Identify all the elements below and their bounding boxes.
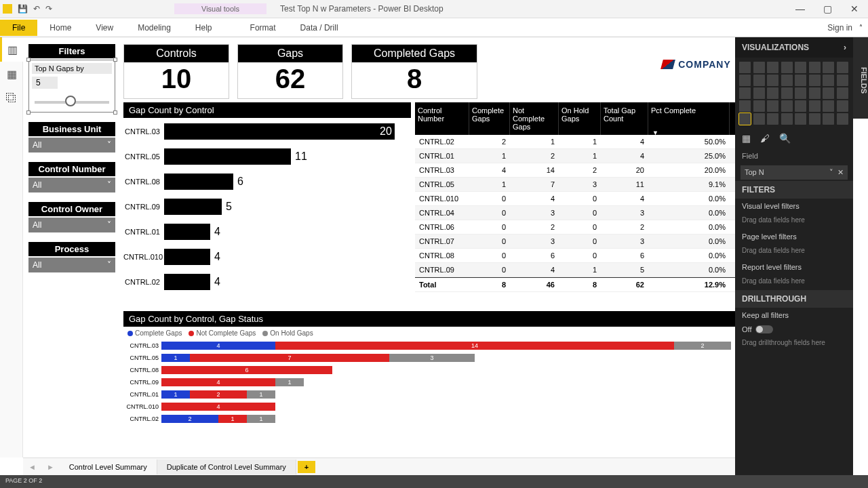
redo-icon[interactable]: ↷ — [45, 4, 52, 14]
status-bar: PAGE 2 OF 2 — [0, 475, 868, 488]
filters-section: FILTERS — [735, 181, 853, 199]
pane-title: VISUALIZATIONS — [742, 43, 809, 52]
kpi-controls[interactable]: Controls 10 — [123, 44, 229, 99]
topn-label: Top N Gaps by — [32, 63, 112, 74]
report-level-filters[interactable]: Report level filters — [735, 260, 853, 274]
tab-format[interactable]: Format — [238, 20, 288, 36]
visual-type-grid[interactable] — [735, 58, 853, 129]
kpi-value: 62 — [238, 62, 342, 98]
bar-row[interactable]: CNTRL.02 4 — [123, 270, 411, 293]
table-row[interactable]: CNTRL.0904 150.0% — [415, 263, 743, 277]
stacked-bar-row[interactable]: CNTRL.01121 — [123, 388, 743, 401]
kpi-gaps[interactable]: Gaps 62 — [237, 44, 343, 99]
kpi-label: Controls — [124, 45, 229, 62]
stacked-bar-row[interactable]: CNTRL.086 — [123, 364, 743, 376]
field-menu-icon[interactable]: ˅ — [829, 168, 833, 176]
field-well-item[interactable]: Top N ˅✕ — [741, 165, 848, 180]
kpi-label: Gaps — [238, 45, 342, 62]
tab-data-drill[interactable]: Data / Drill — [288, 20, 351, 36]
stacked-bar-chart[interactable]: Gap Count by Control, Gap Status Complet… — [123, 311, 743, 425]
next-page-icon[interactable]: ► — [41, 463, 60, 471]
drop-zone[interactable]: Drag data fields here — [735, 274, 853, 290]
bar-row[interactable]: CNTRL.05 11 — [123, 144, 411, 168]
view-rail: ▥ ▦ ⿻ — [0, 37, 23, 458]
data-view-icon[interactable]: ▦ — [0, 62, 23, 86]
slicer-dropdown[interactable]: All˅ — [28, 178, 115, 192]
sign-in-link[interactable]: Sign in — [827, 23, 852, 33]
gap-matrix-table[interactable]: Control Number Complete Gaps Not Complet… — [415, 102, 743, 292]
table-row[interactable]: CNTRL.0806 060.0% — [415, 249, 743, 263]
drop-zone[interactable]: Drag data fields here — [735, 244, 853, 260]
undo-icon[interactable]: ↶ — [33, 4, 40, 14]
chart-title: Gap Count by Control — [123, 102, 411, 118]
stacked-bar-row[interactable]: CNTRL.05173 — [123, 352, 743, 364]
tab-help[interactable]: Help — [183, 20, 224, 36]
table-row[interactable]: CNTRL.03414 22020.0% — [415, 163, 743, 178]
bar-row[interactable]: CNTRL.09 5 — [123, 195, 411, 218]
gap-count-bar-chart[interactable]: Gap Count by Control CNTRL.03 20 CNTRL.0… — [123, 102, 411, 306]
kpi-value: 8 — [352, 62, 477, 98]
table-row[interactable]: CNTRL.0221 1450.0% — [415, 135, 743, 149]
keep-filters-label: Keep all filters — [735, 308, 853, 323]
visualizations-pane: VISUALIZATIONS› ▦ 🖌 🔍 Field Top N ˅✕ FIL… — [735, 37, 853, 475]
legend: Complete Gaps Not Complete Gaps On Hold … — [123, 327, 743, 340]
prev-page-icon[interactable]: ◄ — [23, 463, 41, 471]
table-header: Control Number Complete Gaps Not Complet… — [415, 102, 743, 135]
bar-row[interactable]: CNTRL.010 4 — [123, 245, 411, 268]
table-row[interactable]: CNTRL.0602 020.0% — [415, 220, 743, 235]
table-row[interactable]: CNTRL.0517 3119.1% — [415, 178, 743, 192]
topn-value[interactable]: 5 — [32, 77, 58, 89]
tab-view[interactable]: View — [83, 20, 125, 36]
kpi-value: 10 — [124, 62, 229, 98]
save-icon[interactable]: 💾 — [18, 4, 28, 14]
model-view-icon[interactable]: ⿻ — [0, 86, 23, 110]
report-view-icon[interactable]: ▥ — [0, 37, 23, 62]
add-page-button[interactable]: + — [298, 461, 315, 473]
slicer-process: Process All˅ — [28, 242, 115, 272]
kpi-label: Completed Gaps — [352, 45, 477, 62]
sort-desc-icon[interactable]: ▼ — [652, 129, 658, 136]
kpi-completed-gaps[interactable]: Completed Gaps 8 — [351, 44, 477, 99]
close-icon[interactable]: ✕ — [841, 3, 868, 14]
analytics-well-icon[interactable]: 🔍 — [779, 133, 791, 144]
table-row[interactable]: CNTRL.0112 1425.0% — [415, 149, 743, 163]
slicer-dropdown[interactable]: All˅ — [28, 218, 115, 232]
stacked-bar-row[interactable]: CNTRL.0104 — [123, 401, 743, 413]
page-level-filters[interactable]: Page level filters — [735, 229, 853, 244]
chevron-down-icon: ˅ — [107, 140, 111, 150]
remove-field-icon[interactable]: ✕ — [837, 168, 844, 176]
topn-slider[interactable] — [35, 101, 109, 104]
tab-home[interactable]: Home — [37, 20, 83, 36]
stacked-bar-row[interactable]: CNTRL.034142 — [123, 340, 743, 352]
maximize-icon[interactable]: ▢ — [814, 3, 841, 14]
stacked-bar-row[interactable]: CNTRL.0941 — [123, 376, 743, 388]
keep-filters-toggle[interactable]: Off — [735, 323, 853, 336]
slicer-control-owner: Control Owner All˅ — [28, 202, 115, 232]
format-well-icon[interactable]: 🖌 — [760, 133, 770, 144]
bar-row[interactable]: CNTRL.01 4 — [123, 220, 411, 243]
fields-well-icon[interactable]: ▦ — [742, 133, 751, 144]
drop-zone[interactable]: Drag data fields here — [735, 214, 853, 229]
collapse-pane-icon[interactable]: › — [844, 43, 846, 52]
collapse-ribbon-icon[interactable]: ˄ — [859, 24, 863, 31]
fields-pane-collapsed[interactable]: FIELDS — [853, 37, 868, 119]
topn-slicer[interactable]: Top N Gaps by 5 — [28, 60, 115, 113]
slicer-control-number: Control Number All˅ — [28, 162, 115, 192]
stacked-bar-row[interactable]: CNTRL.02211 — [123, 413, 743, 425]
bar-row[interactable]: CNTRL.08 6 — [123, 169, 411, 193]
bar-row[interactable]: CNTRL.03 20 — [123, 119, 411, 143]
visual-level-filters[interactable]: Visual level filters — [735, 199, 853, 214]
page-tab-2[interactable]: Duplicate of Control Level Summary — [157, 460, 296, 474]
pbi-icon — [3, 4, 12, 14]
file-tab[interactable]: File — [0, 20, 37, 36]
slicer-dropdown[interactable]: All˅ — [28, 138, 115, 152]
table-row[interactable]: CNTRL.01004 040.0% — [415, 192, 743, 206]
drillthrough-drop-zone[interactable]: Drag drillthrough fields here — [735, 336, 853, 352]
slicer-title: Control Owner — [28, 202, 115, 216]
slicer-dropdown[interactable]: All˅ — [28, 258, 115, 272]
minimize-icon[interactable]: — — [787, 3, 814, 14]
table-row[interactable]: CNTRL.0703 030.0% — [415, 235, 743, 249]
tab-modeling[interactable]: Modeling — [125, 20, 183, 36]
page-tab-1[interactable]: Control Level Summary — [60, 460, 157, 474]
table-row[interactable]: CNTRL.0403 030.0% — [415, 206, 743, 220]
